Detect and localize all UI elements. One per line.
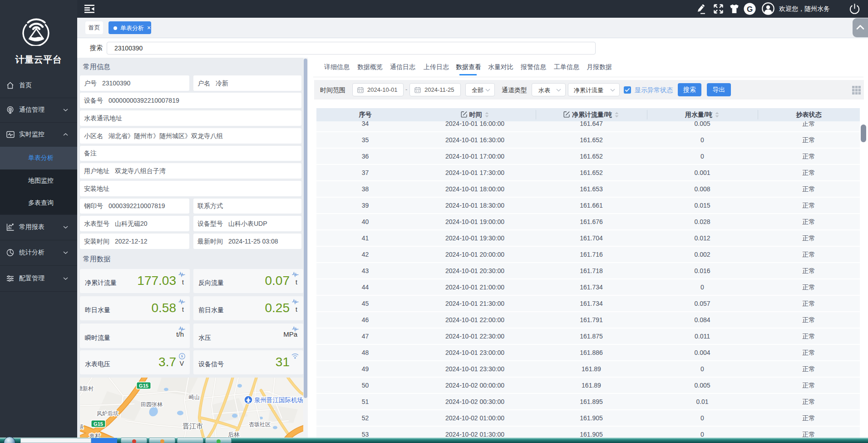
svg-text:后林: 后林	[228, 431, 240, 438]
svg-text:G: G	[747, 5, 753, 14]
svg-text:G15: G15	[94, 421, 103, 427]
svg-text:崎山: 崎山	[189, 394, 200, 400]
svg-text:泉州晋江国际机场: 泉州晋江国际机场	[254, 397, 303, 403]
svg-text:塘新村: 塘新村	[80, 385, 94, 392]
svg-text:风炉后坑: 风炉后坑	[97, 410, 118, 417]
svg-text:袁村: 袁村	[89, 433, 101, 438]
svg-text:镇: 镇	[80, 423, 84, 430]
svg-text:晋江市: 晋江市	[182, 422, 203, 430]
svg-text:杏坂社区: 杏坂社区	[249, 421, 271, 428]
svg-text:田园张林: 田园张林	[141, 401, 163, 408]
svg-text:G15: G15	[139, 383, 148, 388]
